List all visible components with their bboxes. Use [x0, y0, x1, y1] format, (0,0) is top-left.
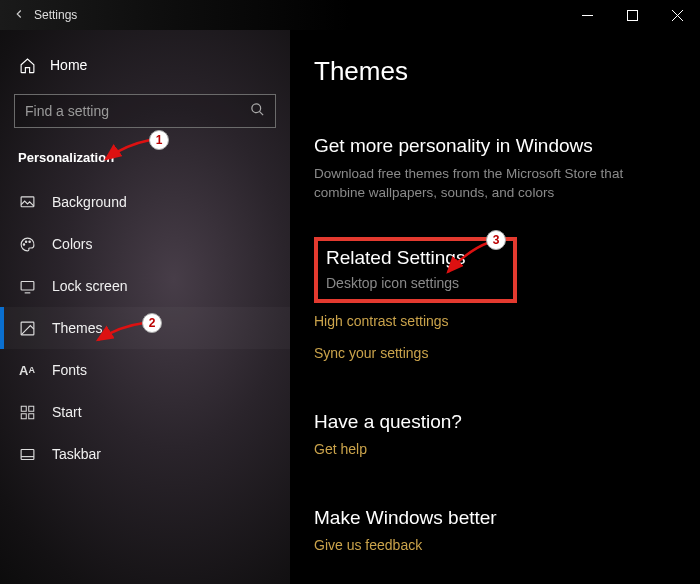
page-title: Themes [314, 56, 670, 87]
app-title: Settings [34, 8, 77, 22]
svg-rect-16 [28, 413, 33, 418]
palette-icon [18, 235, 36, 253]
svg-rect-6 [21, 196, 34, 206]
svg-point-9 [28, 240, 29, 241]
search-box[interactable] [14, 94, 276, 128]
sidebar-item-label: Start [52, 404, 82, 420]
sidebar-item-label: Background [52, 194, 127, 210]
get-help-link[interactable]: Get help [314, 441, 670, 457]
sidebar-item-fonts[interactable]: AA Fonts [0, 349, 290, 391]
svg-rect-15 [21, 413, 26, 418]
home-label: Home [50, 57, 87, 73]
search-input[interactable] [25, 103, 250, 119]
sidebar-item-label: Lock screen [52, 278, 127, 294]
titlebar-left: Settings [12, 7, 77, 24]
more-personality-sub: Download free themes from the Microsoft … [314, 165, 654, 203]
sidebar: Home Personalization Background [0, 30, 290, 584]
sidebar-item-start[interactable]: Start [0, 391, 290, 433]
home-button[interactable]: Home [10, 46, 280, 84]
sidebar-item-background[interactable]: Background [0, 181, 290, 223]
sidebar-item-lock-screen[interactable]: Lock screen [0, 265, 290, 307]
sidebar-item-label: Taskbar [52, 446, 101, 462]
svg-rect-1 [628, 10, 638, 20]
annotation-badge-3: 3 [486, 230, 506, 250]
taskbar-icon [18, 445, 36, 463]
close-button[interactable] [655, 0, 700, 30]
minimize-button[interactable] [565, 0, 610, 30]
body: Home Personalization Background [0, 30, 700, 584]
sidebar-item-colors[interactable]: Colors [0, 223, 290, 265]
search-icon [250, 102, 265, 121]
svg-line-5 [259, 111, 263, 115]
settings-window: Settings Home [0, 0, 700, 584]
lock-screen-icon [18, 277, 36, 295]
sidebar-item-taskbar[interactable]: Taskbar [0, 433, 290, 475]
home-icon [18, 56, 36, 74]
picture-icon [18, 193, 36, 211]
high-contrast-settings-link[interactable]: High contrast settings [314, 313, 670, 329]
svg-rect-10 [21, 281, 34, 290]
sidebar-item-label: Colors [52, 236, 92, 252]
svg-rect-13 [21, 406, 26, 411]
svg-rect-14 [28, 406, 33, 411]
titlebar: Settings [0, 0, 700, 30]
svg-point-7 [23, 243, 24, 244]
svg-point-4 [252, 103, 261, 112]
fonts-icon: AA [18, 361, 36, 379]
make-windows-better-heading: Make Windows better [314, 507, 670, 529]
window-controls [565, 0, 700, 30]
annotation-badge-2: 2 [142, 313, 162, 333]
annotation-badge-1: 1 [149, 130, 169, 150]
svg-point-8 [25, 240, 26, 241]
give-feedback-link[interactable]: Give us feedback [314, 537, 670, 553]
maximize-button[interactable] [610, 0, 655, 30]
start-icon [18, 403, 36, 421]
themes-icon [18, 319, 36, 337]
content-pane: Themes Get more personality in Windows D… [290, 30, 700, 584]
annotation-arrow-1 [100, 135, 155, 165]
sync-your-settings-link[interactable]: Sync your settings [314, 345, 670, 361]
svg-rect-17 [21, 449, 34, 459]
more-personality-heading: Get more personality in Windows [314, 135, 670, 157]
sidebar-item-label: Fonts [52, 362, 87, 378]
have-question-heading: Have a question? [314, 411, 670, 433]
back-icon[interactable] [12, 7, 26, 24]
